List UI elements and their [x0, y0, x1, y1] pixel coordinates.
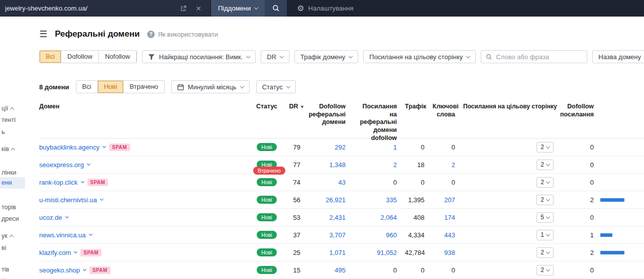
target-page-select[interactable]: 1 — [536, 230, 554, 240]
sidebar-item[interactable]: ві — [0, 242, 25, 254]
phrase-search-input[interactable] — [496, 53, 582, 61]
status-filter[interactable]: Статус — [256, 80, 296, 93]
domain-link[interactable]: seoexpress.org — [39, 161, 84, 169]
keywords-value[interactable]: 2 — [452, 161, 455, 169]
chevron-down-icon[interactable] — [100, 197, 103, 201]
settings-button[interactable]: ⚙ Налаштування — [297, 0, 353, 17]
target-page-select[interactable]: 2 — [536, 195, 554, 205]
ref-domain-links-value[interactable]: 335 — [386, 196, 397, 204]
ref-domain-links-value[interactable]: 2 — [393, 161, 397, 169]
question-icon: ? — [147, 31, 155, 38]
col-dofollow-links[interactable]: Dofollow посилання — [554, 103, 644, 118]
col-keywords[interactable]: Ключові слова — [433, 103, 463, 118]
keywords-value[interactable]: 443 — [444, 231, 455, 239]
domain-link[interactable]: rank-top.click — [39, 179, 78, 186]
chevron-down-icon[interactable] — [102, 145, 106, 148]
segment-nofollow[interactable]: Nofollow — [98, 51, 136, 63]
domain-name-filter[interactable]: Назва домену — [592, 50, 644, 63]
col-status[interactable]: Статус — [250, 103, 283, 111]
segment-lost[interactable]: Втрачено — [123, 81, 164, 93]
sidebar-item[interactable]: ties — [0, 275, 25, 279]
keywords-value[interactable]: 0 — [452, 266, 455, 274]
help-link[interactable]: ? Як використовувати — [147, 31, 218, 38]
sidebar-item[interactable]: дреси — [0, 213, 25, 225]
domain-link[interactable]: buybacklinks.agency — [39, 144, 99, 151]
segment-new[interactable]: Нові — [97, 81, 123, 93]
sidebar-item[interactable]: ції — [0, 103, 25, 114]
target-page-select[interactable]: 2 — [536, 247, 554, 258]
sidebar-item[interactable]: тенті — [0, 114, 25, 126]
domain-link[interactable]: u-misti.chernivtsi.ua — [39, 196, 97, 204]
segment-all[interactable]: Всі — [40, 51, 61, 63]
ref-domain-links-value[interactable]: 0 — [393, 266, 397, 274]
keywords-value[interactable]: 174 — [444, 214, 455, 221]
dr-value: 53 — [283, 214, 308, 221]
domain-link[interactable]: news.vinnica.ua — [39, 231, 86, 239]
ref-domain-links-value[interactable]: 91,052 — [377, 249, 397, 256]
col-ref-domain-links[interactable]: Посилання на реферальні домени dofollow — [354, 103, 405, 142]
keywords-value[interactable]: 0 — [452, 179, 455, 186]
ref-domain-links-value[interactable]: 2,064 — [380, 214, 397, 221]
menu-icon[interactable]: ☰ — [39, 30, 47, 39]
dofollow-ref-domains-value[interactable]: 43 — [339, 179, 346, 186]
segment-all[interactable]: Всі — [76, 81, 97, 93]
domain-traffic-filter[interactable]: Трафік домену — [294, 50, 358, 63]
target-url-input[interactable] — [5, 5, 176, 12]
sidebar-item[interactable]: торів — [0, 202, 25, 213]
chevron-down-icon[interactable] — [83, 267, 86, 271]
best-links-filter[interactable]: Найкращі посилання: Вимк. — [142, 50, 256, 63]
dofollow-ref-domains-value[interactable]: 3,707 — [329, 231, 346, 239]
status-new-badge: Нові — [257, 231, 276, 239]
chevron-down-icon[interactable] — [74, 250, 77, 253]
target-page-select[interactable]: 2 — [536, 177, 554, 188]
sidebar-item[interactable]: ук — [0, 230, 25, 242]
dofollow-ref-domains-value[interactable]: 495 — [335, 266, 346, 274]
segment-dofollow[interactable]: Dofollow — [61, 51, 98, 63]
table-row: ucoz.de Нові 53 2,431 2,064 408 174 5 0 — [39, 209, 644, 226]
sidebar-item[interactable]: тів — [0, 264, 25, 275]
col-traffic[interactable]: Трафік — [405, 103, 433, 111]
keywords-value[interactable]: 0 — [452, 144, 455, 151]
chevron-down-icon — [546, 197, 550, 201]
chevron-down-icon[interactable] — [81, 180, 84, 183]
dr-filter[interactable]: DR — [261, 50, 289, 63]
col-dr[interactable]: DR ▼ — [283, 103, 308, 111]
dofollow-ref-domains-value[interactable]: 1,348 — [329, 161, 346, 169]
chevron-down-icon[interactable] — [65, 215, 69, 218]
keywords-value[interactable]: 207 — [444, 196, 455, 204]
search-icon — [486, 54, 492, 60]
settings-label: Налаштування — [308, 5, 354, 12]
domain-link[interactable]: seogeko.shop — [39, 266, 80, 274]
target-page-select[interactable]: 5 — [536, 212, 554, 223]
chevron-down-icon[interactable] — [87, 162, 90, 166]
ref-domain-links-value[interactable]: 0 — [393, 179, 397, 186]
scope-dropdown[interactable]: Піддомени — [211, 0, 265, 17]
dofollow-ref-domains-value[interactable]: 26,921 — [326, 196, 346, 204]
dr-filter-label: DR — [267, 53, 276, 61]
domain-link[interactable]: klazify.com — [39, 249, 71, 256]
close-icon[interactable]: ✕ — [191, 5, 205, 13]
segment-ugc[interactable]: UGC — [136, 51, 138, 63]
col-domain[interactable]: Домен — [39, 103, 250, 111]
dofollow-ref-domains-value[interactable]: 2,431 — [329, 214, 346, 221]
ref-domain-links-value[interactable]: 960 — [386, 231, 397, 239]
search-button[interactable] — [265, 0, 287, 17]
dofollow-ref-domains-value[interactable]: 1,071 — [329, 249, 346, 256]
sidebar-item[interactable]: ени — [0, 177, 25, 189]
col-target-links[interactable]: Посилання на цільову сторінку — [463, 103, 554, 110]
target-page-select[interactable]: 2 — [536, 142, 554, 153]
sidebar-item[interactable]: ь — [0, 126, 25, 138]
col-dofollow-ref-domains[interactable]: Dofollow реферальні домени — [308, 103, 354, 126]
domain-link[interactable]: ucoz.de — [39, 214, 62, 221]
target-page-select[interactable]: 2 — [536, 265, 554, 275]
calendar-icon — [177, 84, 184, 90]
sidebar-item[interactable]: ків — [0, 144, 25, 155]
keywords-value[interactable]: 938 — [444, 249, 455, 256]
chevron-down-icon[interactable] — [88, 232, 92, 236]
target-page-select[interactable]: 2 — [536, 160, 554, 170]
dofollow-ref-domains-value[interactable]: 292 — [335, 144, 346, 151]
target-links-filter[interactable]: Посилання на цільову сторінку — [363, 50, 476, 63]
ref-domain-links-value[interactable]: 1 — [393, 144, 397, 151]
period-filter[interactable]: Минулий місяць — [171, 80, 250, 93]
external-link-icon[interactable] — [176, 5, 191, 12]
